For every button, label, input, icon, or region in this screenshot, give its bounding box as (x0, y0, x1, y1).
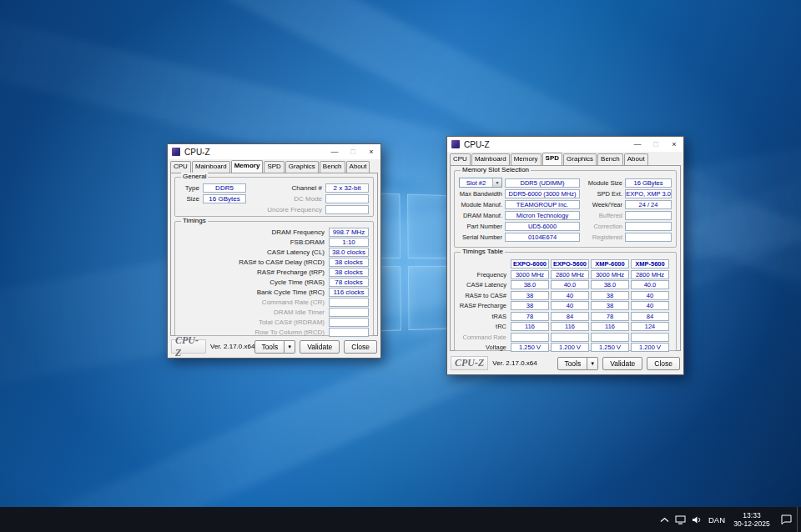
tab-memory[interactable]: Memory (231, 160, 264, 173)
tab-mainboard[interactable]: Mainboard (471, 153, 510, 165)
memory-slot-selection-group: Memory Slot Selection Slot #2 ▼ DDR5 (UD… (454, 170, 677, 248)
timing-label: DRAM Idle Timer (179, 309, 325, 316)
tab-spd[interactable]: SPD (542, 153, 562, 165)
close-dialog-button[interactable]: Close (647, 357, 680, 370)
dc-mode-label: DC Mode (249, 195, 322, 203)
max-bandwidth-field: DDR5-6000 (3000 MHz) (505, 189, 580, 198)
cell: 2800 MHz (631, 270, 669, 279)
clock-time: 13:33 (743, 511, 760, 519)
cell: 38.0 (591, 280, 629, 289)
cell: 40 (551, 291, 589, 300)
cell: 40.0 (631, 280, 669, 289)
titlebar[interactable]: CPU-Z — □ × (168, 144, 380, 159)
module-manuf-label: Module Manuf. (459, 201, 502, 208)
timing-label: RAS# Precharge (tRP) (179, 269, 325, 276)
tab-mainboard[interactable]: Mainboard (192, 161, 230, 173)
tab-spd[interactable]: SPD (264, 161, 284, 173)
cell: 116 (591, 322, 629, 331)
taskbar-clock[interactable]: 13:33 30-12-2025 (728, 507, 775, 532)
cell: 38.0 (511, 280, 549, 289)
buffered-field (625, 211, 672, 220)
timing-row: DRAM Idle Timer (175, 308, 373, 317)
timing-value-field: 998.7 MHz (329, 228, 369, 237)
tools-dropdown-arrow-icon[interactable]: ▼ (587, 357, 598, 370)
slot-row: Max Bandwidth DDR5-6000 (3000 MHz) SPD E… (455, 189, 676, 198)
cell: 1.200 V (631, 343, 669, 352)
timing-row: Command Rate (CR) (175, 298, 373, 307)
tab-bench[interactable]: Bench (320, 161, 345, 173)
row-label: Voltage (459, 344, 509, 351)
row-label: Frequency (459, 271, 509, 279)
correction-label: Correction (582, 223, 622, 230)
version-text: Ver. 2.17.0.x64 (492, 359, 537, 367)
show-desktop-button[interactable] (797, 507, 801, 532)
volume-icon[interactable] (688, 507, 705, 532)
minimize-button[interactable]: — (628, 137, 647, 152)
validate-button[interactable]: Validate (602, 357, 642, 370)
tab-graphics[interactable]: Graphics (563, 153, 597, 165)
cell: 1.250 V (591, 343, 629, 352)
close-dialog-button[interactable]: Close (344, 340, 377, 354)
slot-group-title: Memory Slot Selection (461, 166, 531, 174)
tab-about[interactable]: About (624, 153, 648, 165)
tab-cpu[interactable]: CPU (170, 161, 191, 173)
timings-table-row: Frequency 3000 MHz 2800 MHz 3000 MHz 280… (455, 270, 676, 279)
window-title: CPU-Z (184, 148, 210, 157)
row-label: CAS# Latency (459, 281, 509, 289)
timings-table-row: CAS# Latency 38.0 40.0 38.0 40.0 (455, 280, 676, 289)
timings-table-row: Voltage 1.250 V 1.200 V 1.250 V 1.200 V (455, 343, 676, 352)
network-icon[interactable] (672, 507, 688, 532)
cell: 78 (591, 312, 629, 321)
action-center-icon[interactable] (775, 507, 797, 532)
timing-value-field: 38 clocks (329, 268, 369, 277)
close-button[interactable]: × (362, 144, 380, 159)
tools-button[interactable]: Tools (557, 357, 587, 370)
tab-about[interactable]: About (346, 161, 370, 173)
clock-date: 30-12-2025 (733, 519, 769, 528)
timing-row: DRAM Frequency 998.7 MHz (175, 228, 373, 237)
combo-dropdown-icon[interactable]: ▼ (492, 178, 501, 187)
minimize-button[interactable]: — (325, 144, 344, 159)
cell (551, 333, 589, 342)
profile-column-header: EXPO-5600 (551, 259, 589, 269)
language-indicator[interactable]: DAN (705, 507, 728, 532)
tab-memory[interactable]: Memory (511, 153, 542, 165)
cell: 3000 MHz (591, 270, 629, 279)
cell (591, 333, 629, 342)
general-group-title: General (181, 173, 208, 181)
spd-tab-panel: Memory Slot Selection Slot #2 ▼ DDR5 (UD… (450, 165, 681, 351)
cpuz-memory-window: CPU-Z — □ × CPU Mainboard Memory SPD Gra… (167, 143, 381, 359)
cell: 38 (511, 301, 549, 310)
timing-row: Total CAS# (tRDRAM) (175, 318, 373, 327)
timings-table-row: RAS# to CAS# 38 40 38 40 (455, 291, 676, 300)
slot-row: Serial Number 0104E674 Registered (455, 233, 676, 242)
tools-button[interactable]: Tools (254, 340, 285, 354)
tab-bench[interactable]: Bench (597, 153, 623, 165)
module-size-field: 16 GBytes (625, 178, 672, 188)
tray-overflow-chevron-icon[interactable] (657, 507, 672, 532)
titlebar[interactable]: CPU-Z — □ × (447, 137, 683, 152)
cell: 38 (511, 291, 549, 300)
tab-cpu[interactable]: CPU (450, 153, 471, 165)
cell: 1.200 V (551, 343, 589, 352)
cpuz-app-icon (451, 140, 460, 148)
uncore-frequency-label: Uncore Frequency (249, 206, 322, 213)
general-row: Size 16 GBytes DC Mode (175, 194, 373, 203)
cpuz-logo: CPU-Z (451, 356, 488, 370)
row-label: tRC (459, 323, 509, 330)
timing-row: RAS# to CAS# Delay (tRCD) 38 clocks (175, 258, 373, 267)
timing-row: RAS# Precharge (tRP) 38 clocks (175, 268, 373, 277)
close-button[interactable]: × (665, 137, 683, 152)
tab-graphics[interactable]: Graphics (285, 161, 319, 173)
timing-value-field: 78 clocks (329, 278, 369, 287)
serial-number-field: 0104E674 (505, 233, 580, 242)
footer-buttons: Tools ▼ Validate Close (557, 357, 680, 370)
tools-dropdown-arrow-icon[interactable]: ▼ (285, 340, 295, 354)
slot-select[interactable]: Slot #2 ▼ (459, 178, 502, 188)
timings-group: Timings DRAM Frequency 998.7 MHz FSB:DRA… (174, 221, 374, 336)
validate-button[interactable]: Validate (300, 340, 340, 354)
cell: 84 (631, 312, 669, 321)
timings-table-title: Timings Table (461, 248, 505, 256)
timing-label: Bank Cycle Time (tRC) (179, 289, 325, 296)
week-year-label: Week/Year (582, 201, 622, 208)
